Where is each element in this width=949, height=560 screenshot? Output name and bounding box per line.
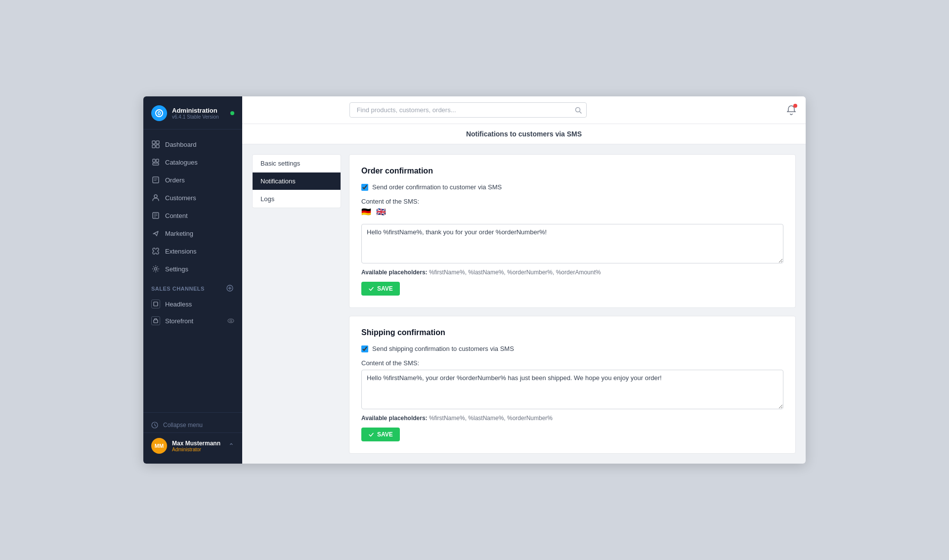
svg-rect-8 — [153, 177, 159, 183]
sidebar-extensions-label: Extensions — [165, 248, 197, 255]
status-dot — [230, 111, 234, 115]
order-save-label: SAVE — [377, 285, 393, 292]
notification-badge — [793, 104, 797, 108]
order-content-label: Content of the SMS: — [361, 198, 783, 205]
left-menu-notifications[interactable]: Notifications — [253, 172, 341, 190]
user-chevron-icon: ⌃ — [228, 442, 234, 450]
page-title: Notifications to customers via SMS — [466, 130, 582, 138]
order-placeholders-label: Available placeholders: — [361, 269, 428, 276]
storefront-label: Storefront — [165, 317, 193, 325]
flag-row-order: 🇩🇪 🇬🇧 — [361, 208, 783, 216]
order-sms-textarea[interactable]: Hello %firstName%, thank you for your or… — [361, 224, 783, 263]
storefront-eye-icon[interactable] — [227, 318, 234, 323]
sidebar-nav: Dashboard Catalogues Orders Customers — [143, 129, 242, 412]
order-confirm-checkbox[interactable] — [361, 184, 368, 191]
shipping-confirm-checkbox-row: Send shipping confirmation to customers … — [361, 345, 783, 352]
shipping-placeholders: Available placeholders: %firstName%, %la… — [361, 415, 783, 422]
sidebar-item-customers[interactable]: Customers — [143, 189, 242, 207]
sidebar-orders-label: Orders — [165, 176, 185, 184]
shipping-confirmation-card: Shipping confirmation Send shipping conf… — [349, 316, 796, 454]
sidebar-item-dashboard[interactable]: Dashboard — [143, 135, 242, 153]
user-name: Max Mustermann — [172, 440, 220, 447]
sidebar-item-settings[interactable]: Settings — [143, 260, 242, 278]
order-confirmation-title: Order confirmation — [361, 167, 783, 175]
shipping-placeholders-values: %firstName%, %lastName%, %orderNumber% — [429, 415, 553, 422]
svg-rect-4 — [156, 145, 159, 148]
sales-channels-label: Sales Channels — [151, 286, 205, 292]
app-frame: Administration v6.4.1 Stable Version Das… — [143, 96, 806, 464]
collapse-menu-button[interactable]: Collapse menu — [143, 418, 242, 432]
user-role: Administrator — [172, 447, 220, 452]
order-placeholders-values: %firstName%, %lastName%, %orderNumber%, … — [429, 269, 601, 276]
sidebar-marketing-label: Marketing — [165, 230, 193, 237]
sidebar-item-storefront[interactable]: Storefront — [143, 312, 242, 329]
user-bar[interactable]: MM Max Mustermann Administrator ⌃ — [143, 432, 242, 459]
notifications-label: Notifications — [260, 177, 296, 185]
search-input[interactable] — [349, 102, 587, 118]
shipping-confirmation-title: Shipping confirmation — [361, 328, 783, 337]
svg-rect-3 — [152, 145, 155, 148]
svg-rect-14 — [154, 320, 158, 323]
dashboard-icon — [151, 140, 160, 149]
sidebar-customers-label: Customers — [165, 194, 196, 202]
svg-point-0 — [156, 110, 163, 117]
sidebar: Administration v6.4.1 Stable Version Das… — [143, 96, 242, 464]
notifications-bell-icon[interactable] — [787, 105, 796, 115]
topbar — [242, 96, 806, 124]
main-area: Notifications to customers via SMS Basic… — [242, 96, 806, 464]
left-menu-basic-settings[interactable]: Basic settings — [253, 155, 341, 172]
sidebar-content-label: Content — [165, 212, 188, 219]
right-panel: Order confirmation Send order confirmati… — [349, 154, 796, 454]
storefront-icon — [151, 316, 160, 325]
shipping-confirm-checkbox[interactable] — [361, 345, 368, 352]
page-header: Notifications to customers via SMS — [242, 124, 806, 144]
sidebar-settings-label: Settings — [165, 265, 188, 273]
app-version: v6.4.1 Stable Version — [172, 114, 219, 120]
sidebar-item-extensions[interactable]: Extensions — [143, 242, 242, 260]
shipping-placeholders-label: Available placeholders: — [361, 415, 428, 422]
headless-icon — [151, 300, 160, 308]
svg-point-16 — [230, 320, 232, 322]
order-confirm-checkbox-label: Send order confirmation to customer via … — [372, 183, 502, 191]
svg-rect-6 — [156, 159, 159, 162]
headless-label: Headless — [165, 301, 192, 308]
left-menu-logs[interactable]: Logs — [253, 190, 341, 208]
order-confirmation-card: Order confirmation Send order confirmati… — [349, 154, 796, 308]
svg-point-18 — [575, 107, 580, 112]
sidebar-item-content[interactable]: Content — [143, 207, 242, 224]
content-area: Basic settings Notifications Logs Order … — [242, 144, 806, 464]
user-avatar: MM — [151, 438, 167, 454]
sidebar-item-catalogues[interactable]: Catalogues — [143, 153, 242, 171]
shipping-sms-textarea[interactable]: Hello %firstName%, your order %orderNumb… — [361, 370, 783, 409]
order-save-button[interactable]: SAVE — [361, 282, 400, 296]
user-info: Max Mustermann Administrator — [172, 440, 220, 452]
sidebar-catalogues-label: Catalogues — [165, 159, 198, 166]
shipping-save-button[interactable]: SAVE — [361, 428, 400, 441]
shipping-content-label: Content of the SMS: — [361, 359, 783, 367]
extensions-icon — [151, 247, 160, 256]
sales-channels-header: Sales Channels — [143, 278, 242, 296]
flag-en[interactable]: 🇬🇧 — [376, 208, 388, 216]
shipping-save-label: SAVE — [377, 431, 393, 438]
basic-settings-label: Basic settings — [260, 160, 300, 167]
logo-text: Administration v6.4.1 Stable Version — [172, 107, 219, 120]
flag-de[interactable]: 🇩🇪 — [361, 208, 373, 216]
svg-rect-2 — [156, 141, 159, 144]
svg-point-9 — [154, 195, 157, 198]
left-menu: Basic settings Notifications Logs — [252, 154, 341, 208]
orders-icon — [151, 175, 160, 184]
sidebar-item-orders[interactable]: Orders — [143, 171, 242, 189]
sidebar-bottom: Collapse menu MM Max Mustermann Administ… — [143, 412, 242, 464]
svg-point-15 — [228, 319, 234, 323]
svg-rect-5 — [153, 159, 155, 162]
search-button[interactable] — [575, 107, 582, 114]
shipping-confirm-checkbox-label: Send shipping confirmation to customers … — [372, 345, 514, 352]
left-panel: Basic settings Notifications Logs — [252, 154, 341, 454]
svg-point-11 — [155, 268, 157, 270]
add-sales-channel-icon[interactable] — [226, 285, 234, 293]
sidebar-item-headless[interactable]: Headless — [143, 296, 242, 312]
collapse-menu-label: Collapse menu — [163, 422, 203, 429]
settings-icon — [151, 264, 160, 273]
sidebar-item-marketing[interactable]: Marketing — [143, 224, 242, 242]
customers-icon — [151, 193, 160, 202]
